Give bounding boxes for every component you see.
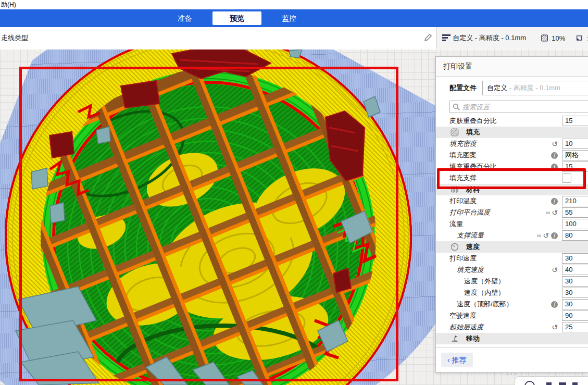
chevron-left-icon: ‹ bbox=[447, 356, 450, 364]
setting-row[interactable]: 填充图案 f 网格 bbox=[436, 150, 588, 161]
setting-row[interactable]: 打印温度 f 210 bbox=[436, 195, 588, 207]
section-title: 速度 bbox=[466, 241, 480, 253]
setting-row[interactable]: 打印平台温度 ∞ ↺ 55 bbox=[436, 207, 588, 218]
setting-label: 速度（外壁） bbox=[464, 276, 505, 287]
section-material[interactable]: 材料 bbox=[436, 184, 588, 195]
function-icon: f bbox=[551, 198, 558, 205]
setting-row[interactable]: 起始层速度 ↺ 25 bbox=[436, 321, 588, 333]
profile-row: 配置文件 自定义 - 高精度 - 0.1mm bbox=[436, 77, 588, 100]
setting-input[interactable]: 80 bbox=[562, 230, 588, 241]
setting-dropdown[interactable]: 网格 bbox=[562, 150, 588, 160]
setting-input[interactable]: 90 bbox=[562, 311, 588, 321]
panel-title: 打印设置 bbox=[436, 57, 588, 77]
setting-row[interactable]: 填充速度 ↺ 40 bbox=[436, 264, 588, 276]
travel-section-icon bbox=[451, 334, 459, 343]
section-title: 移动 bbox=[466, 333, 480, 344]
setting-label: 皮肤重叠百分比 bbox=[449, 115, 497, 127]
setting-input[interactable]: 30 bbox=[562, 253, 588, 264]
print-settings-summary[interactable]: 自定义 - 高精度 - 0.1mm 10% 开 bbox=[436, 27, 588, 49]
setting-row[interactable]: 空驶速度 90 bbox=[436, 310, 588, 321]
search-placeholder: 搜索设置 bbox=[462, 103, 490, 112]
function-icon: f bbox=[551, 301, 558, 308]
tab-preview[interactable]: 预览 bbox=[212, 11, 261, 25]
profile-dropdown[interactable]: 自定义 - 高精度 - 0.1mm bbox=[482, 81, 588, 95]
search-icon bbox=[453, 103, 460, 111]
setting-label: 打印速度 bbox=[449, 253, 477, 264]
section-infill[interactable]: 填充 bbox=[436, 127, 588, 138]
menu-item-help[interactable]: 助(H) bbox=[1, 1, 16, 9]
setting-row[interactable]: 速度（顶部/底部） f 30 bbox=[436, 299, 588, 310]
setting-label: 填充密度 bbox=[449, 138, 477, 150]
setting-row[interactable]: 填充密度 ↺ 10 bbox=[436, 138, 588, 150]
tab-monitor[interactable]: 监控 bbox=[265, 11, 314, 25]
recommended-button[interactable]: ‹ 推荐 bbox=[441, 353, 473, 367]
profile-detail: - 高精度 - 0.1mm bbox=[507, 84, 560, 92]
setting-row[interactable]: 填充重叠百分比 f 15 bbox=[436, 161, 588, 172]
profile-sliders-icon bbox=[442, 34, 449, 42]
infill-section-icon bbox=[451, 128, 459, 136]
setting-label: 填充图案 bbox=[449, 150, 477, 161]
setting-input[interactable]: 30 bbox=[562, 299, 588, 309]
link-icon: ∞ bbox=[546, 207, 550, 218]
setting-row[interactable]: 皮肤重叠百分比 15 bbox=[436, 115, 588, 127]
setting-input[interactable]: 100 bbox=[562, 219, 588, 229]
setting-label: 打印温度 bbox=[449, 195, 477, 207]
setting-label: 填充支撑 bbox=[449, 172, 477, 184]
profile-label: 配置文件 bbox=[449, 83, 477, 93]
summary-infill: 10% bbox=[552, 34, 565, 42]
setting-row[interactable]: 速度（内壁） 30 bbox=[436, 287, 588, 299]
tab-prepare[interactable]: 准备 bbox=[160, 11, 209, 25]
infill-support-checkbox[interactable] bbox=[562, 173, 571, 183]
revert-icon[interactable]: ↺ bbox=[552, 324, 558, 331]
stage-tabs: 准备 预览 监控 bbox=[160, 11, 314, 25]
setting-input[interactable]: 210 bbox=[562, 196, 588, 206]
setting-input[interactable]: 40 bbox=[562, 265, 588, 275]
setting-row[interactable]: 流量 100 bbox=[436, 218, 588, 230]
setting-row[interactable]: 打印速度 30 bbox=[436, 253, 588, 264]
link-icon: ∞ bbox=[537, 230, 541, 241]
support-icon bbox=[576, 34, 583, 42]
setting-row-infill-support[interactable]: 填充支撑 bbox=[436, 172, 588, 184]
menu-bar: 助(H) bbox=[0, 0, 588, 9]
pencil-icon[interactable] bbox=[423, 33, 433, 42]
setting-input[interactable]: 15 bbox=[562, 116, 588, 126]
setting-label: 空驶速度 bbox=[449, 310, 477, 321]
setting-input[interactable]: 25 bbox=[562, 322, 588, 332]
color-scheme-label[interactable]: 走线类型 bbox=[1, 33, 28, 43]
revert-icon[interactable]: ↺ bbox=[552, 209, 558, 216]
setting-row[interactable]: 速度（外壁） 30 bbox=[436, 276, 588, 287]
setting-input[interactable]: 10 bbox=[562, 139, 588, 149]
panel-footer: ‹ 推荐 ··· bbox=[436, 347, 588, 375]
material-section-icon bbox=[451, 185, 459, 194]
profile-name: 自定义 bbox=[487, 84, 507, 92]
setting-label: 支撑流量 bbox=[457, 230, 484, 241]
view-toolbar: 走线类型 自定义 - 高精度 - 0.1mm 10% 开 bbox=[0, 27, 588, 50]
revert-icon[interactable]: ↺ bbox=[552, 266, 558, 274]
setting-input[interactable]: 55 bbox=[562, 207, 588, 218]
setting-input[interactable]: 30 bbox=[562, 288, 588, 298]
panel-resize-handle[interactable]: ··· bbox=[506, 372, 518, 376]
setting-input[interactable]: 15 bbox=[562, 162, 588, 172]
setting-row[interactable]: 支撑流量 ∞ ↺ f 80 bbox=[436, 230, 588, 241]
setting-input[interactable]: 30 bbox=[562, 276, 588, 287]
sliced-model[interactable] bbox=[0, 49, 437, 385]
section-title: 填充 bbox=[466, 127, 480, 138]
speed-section-icon bbox=[451, 243, 459, 251]
setting-label: 填充重叠百分比 bbox=[449, 161, 497, 172]
clock-icon bbox=[524, 381, 535, 385]
section-speed[interactable]: 速度 bbox=[436, 241, 588, 253]
infill-grid-icon bbox=[541, 34, 548, 42]
setting-label: 流量 bbox=[449, 218, 463, 230]
setting-label: 填充速度 bbox=[457, 264, 484, 276]
stage-bar: 准备 预览 监控 bbox=[0, 9, 588, 27]
search-settings-field[interactable]: 搜索设置 bbox=[449, 101, 588, 113]
function-icon: f bbox=[551, 164, 558, 170]
section-travel[interactable]: 移动 bbox=[436, 333, 588, 344]
revert-icon[interactable]: ↺ bbox=[552, 140, 558, 147]
revert-icon[interactable]: ↺ bbox=[543, 232, 549, 239]
settings-rows: 皮肤重叠百分比 15 填充 填充密度 ↺ 10 填充图案 f 网格 填充重叠百分… bbox=[436, 115, 588, 344]
function-icon: f bbox=[551, 152, 558, 159]
print-time-popup bbox=[515, 376, 588, 385]
setting-label: 起始层速度 bbox=[449, 321, 483, 333]
section-title: 材料 bbox=[466, 184, 480, 195]
